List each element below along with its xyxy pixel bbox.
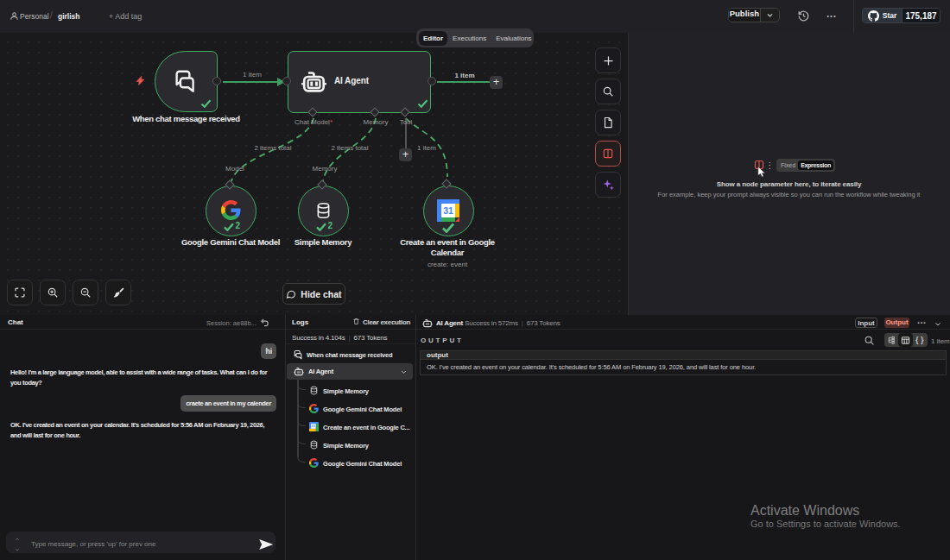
svg-text:31: 31 xyxy=(443,205,453,216)
svg-text:31: 31 xyxy=(312,424,316,428)
